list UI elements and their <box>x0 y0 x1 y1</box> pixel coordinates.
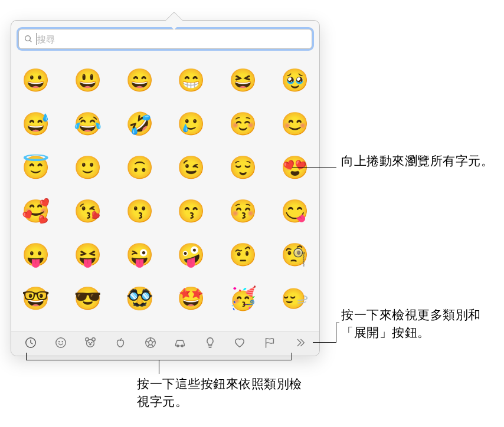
callout-lead <box>292 167 336 167</box>
emoji-cell[interactable]: 😝 <box>74 241 101 268</box>
callout-lead <box>336 323 336 343</box>
emoji-cell[interactable]: ☺️ <box>229 110 256 137</box>
emoji-cell[interactable]: 🤩 <box>178 285 205 312</box>
svg-point-9 <box>89 342 90 343</box>
emoji-cell[interactable]: 🤨 <box>229 241 256 268</box>
car-icon <box>174 336 186 352</box>
svg-point-3 <box>56 337 66 347</box>
callout-more: 按一下來檢視更多類別和「展開」按鈕。 <box>341 306 503 342</box>
emoji-cell[interactable]: 🤣 <box>126 110 153 137</box>
category-activity-button[interactable] <box>138 335 163 353</box>
animal-icon <box>84 336 97 352</box>
emoji-cell[interactable]: 😚 <box>229 198 256 225</box>
svg-point-11 <box>90 343 91 344</box>
emoji-cell[interactable]: 😉 <box>178 154 205 181</box>
emoji-grid: 😀😃😄😁😆🥹😅😂🤣🥲☺️😊😇🙂🙃😉😌😍🥰😘😗😙😚😋😛😝😜🤪🤨🧐🤓😎🥸🤩🥳🙂‍↔️ <box>22 67 309 312</box>
callout-categories: 按一下這些按鈕來依照類別檢視字元。 <box>137 375 314 411</box>
svg-point-0 <box>25 36 31 41</box>
callout-lead <box>292 353 292 360</box>
emoji-cell[interactable]: 😄 <box>126 67 153 94</box>
emoji-cell[interactable]: 😂 <box>74 110 101 137</box>
emoji-cell[interactable]: 🥹 <box>281 67 308 94</box>
emoji-scroll-area[interactable]: 😀😃😄😁😆🥹😅😂🤣🥲☺️😊😇🙂🙃😉😌😍🥰😘😗😙😚😋😛😝😜🤪🤨🧐🤓😎🥸🤩🥳🙂‍↔️ <box>11 55 319 331</box>
callout-lead <box>26 353 27 360</box>
bulb-icon <box>204 336 217 352</box>
emoji-cell[interactable]: 🙃 <box>126 154 153 181</box>
clock-icon <box>24 336 37 352</box>
emoji-cell[interactable]: 😜 <box>126 241 153 268</box>
search-icon <box>24 34 33 44</box>
emoji-cell[interactable]: 😁 <box>178 67 205 94</box>
category-symbols-button[interactable] <box>227 335 253 353</box>
more-icon <box>293 336 306 352</box>
emoji-cell[interactable]: 🥰 <box>22 198 50 225</box>
apple-icon <box>114 336 127 352</box>
category-bar <box>11 331 319 356</box>
svg-point-4 <box>59 341 60 341</box>
emoji-cell[interactable]: 🙂 <box>74 154 101 181</box>
svg-point-10 <box>91 342 92 343</box>
emoji-cell[interactable]: 🤪 <box>178 241 205 268</box>
character-viewer-popover: 😀😃😄😁😆🥹😅😂🤣🥲☺️😊😇🙂🙃😉😌😍🥰😘😗😙😚😋😛😝😜🤪🤨🧐🤓😎🥸🤩🥳🙂‍↔️ <box>11 20 320 356</box>
emoji-cell[interactable]: 🤓 <box>22 285 50 312</box>
search-bar <box>11 21 319 55</box>
emoji-cell[interactable]: 🥸 <box>126 285 153 312</box>
flag-icon <box>263 336 276 352</box>
category-food-drink-button[interactable] <box>107 335 133 353</box>
heart-icon <box>233 336 246 352</box>
emoji-cell[interactable]: 😍 <box>281 154 308 181</box>
emoji-cell[interactable]: 😋 <box>281 198 308 225</box>
emoji-cell[interactable]: 😗 <box>126 198 153 225</box>
emoji-cell[interactable]: 🥳 <box>229 285 256 312</box>
svg-point-5 <box>62 341 63 341</box>
emoji-cell[interactable]: 😇 <box>22 154 50 181</box>
emoji-cell[interactable]: 🙂‍↔️ <box>281 285 308 312</box>
category-frequently-used-button[interactable] <box>18 335 44 353</box>
svg-line-1 <box>30 40 31 42</box>
search-input[interactable] <box>37 34 307 44</box>
emoji-cell[interactable]: 😅 <box>22 110 50 137</box>
soccer-icon <box>144 336 157 352</box>
category-smileys-people-button[interactable] <box>48 335 74 353</box>
emoji-cell[interactable]: 🧐 <box>281 241 308 268</box>
emoji-cell[interactable]: 🥲 <box>178 110 205 137</box>
callout-lead <box>159 360 159 374</box>
emoji-cell[interactable]: 😛 <box>22 241 50 268</box>
emoji-cell[interactable]: 😙 <box>178 198 205 225</box>
emoji-cell[interactable]: 😆 <box>229 67 256 94</box>
emoji-cell[interactable]: 😊 <box>281 110 308 137</box>
category-travel-places-button[interactable] <box>167 335 193 353</box>
emoji-cell[interactable]: 😃 <box>74 67 101 94</box>
emoji-cell[interactable]: 😌 <box>229 154 256 181</box>
smiley-icon <box>54 336 67 352</box>
emoji-cell[interactable]: 😘 <box>74 198 101 225</box>
callout-scroll: 向上捲動來瀏覽所有字元。 <box>341 152 495 170</box>
category-flags-button[interactable] <box>257 335 283 353</box>
category-objects-button[interactable] <box>197 335 223 353</box>
emoji-cell[interactable]: 😎 <box>74 285 101 312</box>
callout-lead <box>313 342 336 343</box>
category-animals-nature-button[interactable] <box>77 335 103 353</box>
category-more-button[interactable] <box>287 335 313 353</box>
emoji-cell[interactable]: 😀 <box>22 67 50 94</box>
callout-lead <box>336 323 339 323</box>
search-field[interactable] <box>18 29 312 49</box>
